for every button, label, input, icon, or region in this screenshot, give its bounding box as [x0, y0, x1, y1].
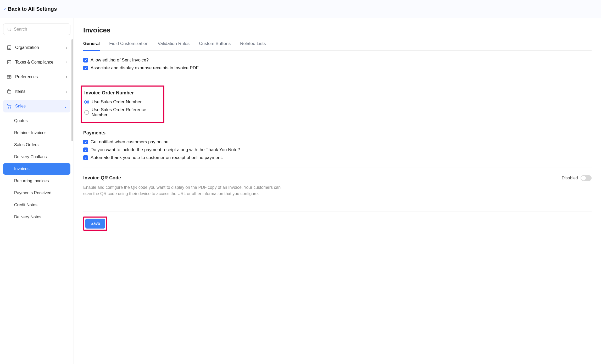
- section-qr-code: Invoice QR Code Enable and configure the…: [83, 175, 592, 204]
- sub-label: Invoices: [14, 167, 30, 171]
- svg-rect-13: [9, 75, 11, 77]
- check-include-receipt[interactable]: Do you want to include the payment recei…: [83, 147, 592, 152]
- highlight-save: Save: [83, 217, 107, 231]
- back-to-settings-link[interactable]: ‹ Back to All Settings: [4, 6, 57, 12]
- search-icon: [7, 27, 11, 31]
- qr-toggle[interactable]: [581, 175, 592, 181]
- sidebar: Organization › Taxes & Compliance › Pref…: [0, 18, 74, 364]
- building-icon: [6, 45, 12, 50]
- sidebar-search[interactable]: [3, 24, 70, 35]
- radio-icon: [84, 100, 89, 104]
- checkbox-icon: [83, 140, 88, 144]
- check-label: Associate and display expense receipts i…: [91, 65, 199, 71]
- sidebar-item-items[interactable]: Items ›: [3, 85, 70, 98]
- sidebar-item-label: Taxes & Compliance: [15, 60, 66, 65]
- tabs: General Field Customization Validation R…: [83, 41, 592, 51]
- sidebar-subitem-payments-received[interactable]: Payments Received: [3, 187, 70, 199]
- sidebar-subitem-delivery-challans[interactable]: Delivery Challans: [3, 151, 70, 163]
- svg-line-11: [8, 62, 10, 63]
- checkbox-icon: [83, 155, 88, 160]
- topbar: ‹ Back to All Settings: [0, 0, 601, 18]
- section-title: Invoice Order Number: [82, 90, 159, 96]
- check-allow-editing[interactable]: Allow editing of Sent Invoice?: [83, 58, 592, 63]
- sub-label: Recurring Invoices: [14, 179, 49, 183]
- check-label: Get notified when customers pay online: [91, 139, 169, 145]
- svg-rect-12: [7, 75, 9, 77]
- chevron-down-icon: ⌄: [64, 104, 67, 109]
- main-content: Invoices General Field Customization Val…: [74, 18, 601, 364]
- sidebar-subitem-sales-orders[interactable]: Sales Orders: [3, 139, 70, 151]
- sidebar-subitem-retainer-invoices[interactable]: Retainer Invoices: [3, 127, 70, 139]
- sidebar-subitem-delivery-notes[interactable]: Delivery Notes: [3, 211, 70, 223]
- radio-icon: [84, 110, 89, 115]
- chevron-right-icon: ›: [66, 75, 67, 79]
- qr-description: Enable and configure the QR code you wan…: [83, 184, 287, 197]
- sidebar-item-label: Sales: [15, 104, 64, 109]
- radio-use-sales-order-reference[interactable]: Use Sales Order Reference Number: [82, 107, 159, 118]
- radio-label: Use Sales Order Number: [92, 99, 142, 105]
- bag-icon: [6, 89, 12, 94]
- check-automate-thankyou[interactable]: Automate thank you note to customer on r…: [83, 155, 592, 160]
- sidebar-item-sales[interactable]: Sales ⌄: [3, 100, 70, 112]
- svg-point-0: [8, 28, 10, 30]
- scrollbar[interactable]: [71, 39, 73, 141]
- section-title: Payments: [83, 130, 592, 136]
- cart-icon: [6, 103, 12, 109]
- preferences-icon: [6, 74, 12, 80]
- section-top-checks: Allow editing of Sent Invoice? Associate…: [83, 58, 592, 78]
- svg-line-1: [10, 30, 11, 31]
- check-label: Allow editing of Sent Invoice?: [91, 58, 149, 63]
- sidebar-subitem-recurring-invoices[interactable]: Recurring Invoices: [3, 175, 70, 187]
- svg-rect-14: [7, 77, 9, 78]
- radio-use-sales-order-number[interactable]: Use Sales Order Number: [82, 99, 159, 105]
- checkbox-icon: [83, 66, 88, 70]
- sidebar-item-organization[interactable]: Organization ›: [3, 41, 70, 54]
- qr-toggle-group: Disabled: [562, 175, 592, 181]
- svg-rect-2: [7, 46, 11, 50]
- highlight-invoice-order-number: Invoice Order Number Use Sales Order Num…: [81, 86, 164, 123]
- check-label: Automate thank you note to customer on r…: [91, 155, 223, 160]
- checkbox-icon: [83, 58, 88, 62]
- sidebar-subitem-credit-notes[interactable]: Credit Notes: [3, 199, 70, 211]
- search-input[interactable]: [14, 27, 66, 32]
- sub-label: Retainer Invoices: [14, 130, 47, 135]
- tab-general[interactable]: General: [83, 41, 100, 51]
- tab-related-lists[interactable]: Related Lists: [240, 41, 266, 50]
- svg-rect-7: [9, 49, 9, 49]
- sidebar-item-label: Items: [15, 89, 66, 94]
- tab-field-customization[interactable]: Field Customization: [109, 41, 148, 50]
- radio-label: Use Sales Order Reference Number: [92, 107, 159, 118]
- sub-label: Delivery Challans: [14, 155, 47, 159]
- save-area: Save: [83, 212, 592, 231]
- svg-point-17: [8, 107, 9, 108]
- check-associate-expense[interactable]: Associate and display expense receipts i…: [83, 65, 592, 71]
- section-payments: Payments Get notified when customers pay…: [83, 130, 592, 168]
- toggle-label: Disabled: [562, 176, 578, 180]
- checkbox-icon: [83, 147, 88, 152]
- tab-custom-buttons[interactable]: Custom Buttons: [199, 41, 231, 50]
- svg-rect-16: [7, 90, 11, 93]
- tab-validation-rules[interactable]: Validation Rules: [158, 41, 190, 50]
- chevron-right-icon: ›: [66, 89, 67, 94]
- check-notify-pay-online[interactable]: Get notified when customers pay online: [83, 139, 592, 145]
- page-title: Invoices: [83, 26, 592, 34]
- svg-point-18: [10, 107, 11, 108]
- tax-icon: [6, 59, 12, 65]
- section-title: Invoice QR Code: [83, 175, 287, 181]
- sidebar-item-taxes[interactable]: Taxes & Compliance ›: [3, 56, 70, 69]
- sub-label: Quotes: [14, 118, 28, 123]
- check-label: Do you want to include the payment recei…: [91, 147, 240, 152]
- sub-label: Sales Orders: [14, 143, 38, 147]
- sidebar-item-preferences[interactable]: Preferences ›: [3, 71, 70, 83]
- sidebar-subitem-invoices[interactable]: Invoices: [3, 163, 70, 175]
- svg-rect-15: [9, 77, 11, 78]
- sub-label: Payments Received: [14, 191, 51, 195]
- sidebar-item-label: Organization: [15, 45, 66, 50]
- chevron-left-icon: ‹: [4, 6, 6, 12]
- sub-label: Delivery Notes: [14, 215, 41, 219]
- chevron-right-icon: ›: [66, 60, 67, 65]
- sub-label: Credit Notes: [14, 203, 37, 207]
- sidebar-subitem-quotes[interactable]: Quotes: [3, 115, 70, 127]
- chevron-right-icon: ›: [66, 45, 67, 50]
- save-button[interactable]: Save: [85, 219, 105, 229]
